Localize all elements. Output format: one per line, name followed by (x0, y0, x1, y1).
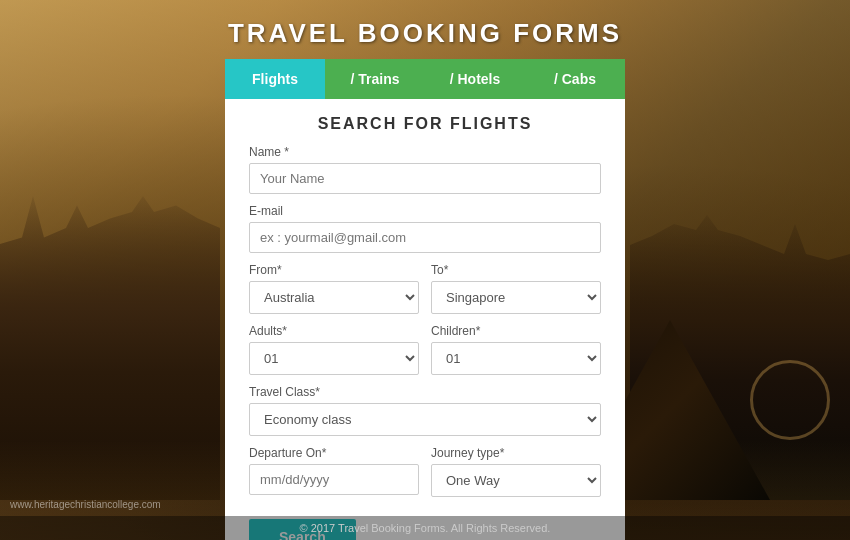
email-label: E-mail (249, 204, 601, 218)
from-select[interactable]: Australia USA UK India (249, 281, 419, 314)
to-select[interactable]: Singapore Australia USA UK (431, 281, 601, 314)
tab-flights[interactable]: Flights (225, 59, 325, 99)
email-input[interactable] (249, 222, 601, 253)
form-title: SEARCH FOR FLIGHTS (225, 99, 625, 145)
to-label: To* (431, 263, 601, 277)
children-col: Children* 01 02 03 04 (431, 324, 601, 375)
tab-cabs[interactable]: / Cabs (525, 59, 625, 99)
adults-label: Adults* (249, 324, 419, 338)
page-title: TRAVEL BOOKING FORMS (0, 0, 850, 59)
email-group: E-mail (249, 204, 601, 253)
from-to-group: From* Australia USA UK India To* Singapo… (249, 263, 601, 314)
adults-col: Adults* 01 02 03 04 (249, 324, 419, 375)
departure-label: Departure On* (249, 446, 419, 460)
departure-input[interactable] (249, 464, 419, 495)
adults-select[interactable]: 01 02 03 04 (249, 342, 419, 375)
children-select[interactable]: 01 02 03 04 (431, 342, 601, 375)
journey-select[interactable]: One Way Round Trip Multi City (431, 464, 601, 497)
departure-col: Departure On* (249, 446, 419, 497)
to-col: To* Singapore Australia USA UK (431, 263, 601, 314)
form-body: Name * E-mail From* Australia USA UK Ind… (225, 145, 625, 540)
ferris-wheel (750, 360, 830, 440)
departure-journey-group: Departure On* Journey type* One Way Roun… (249, 446, 601, 497)
journey-label: Journey type* (431, 446, 601, 460)
children-label: Children* (431, 324, 601, 338)
tabs-container: Flights / Trains / Hotels / Cabs (225, 59, 625, 99)
footer: © 2017 Travel Booking Forms. All Rights … (0, 516, 850, 540)
name-input[interactable] (249, 163, 601, 194)
travel-class-group: Travel Class* Economy class Business cla… (249, 385, 601, 436)
travel-class-select[interactable]: Economy class Business class First class (249, 403, 601, 436)
from-col: From* Australia USA UK India (249, 263, 419, 314)
form-container: Flights / Trains / Hotels / Cabs SEARCH … (225, 59, 625, 540)
tab-trains[interactable]: / Trains (325, 59, 425, 99)
travel-class-label: Travel Class* (249, 385, 601, 399)
adults-children-group: Adults* 01 02 03 04 Children* 01 02 03 0… (249, 324, 601, 375)
journey-col: Journey type* One Way Round Trip Multi C… (431, 446, 601, 497)
name-label: Name * (249, 145, 601, 159)
from-label: From* (249, 263, 419, 277)
watermark: www.heritagechristiancollege.com (10, 499, 161, 510)
tab-hotels[interactable]: / Hotels (425, 59, 525, 99)
name-group: Name * (249, 145, 601, 194)
